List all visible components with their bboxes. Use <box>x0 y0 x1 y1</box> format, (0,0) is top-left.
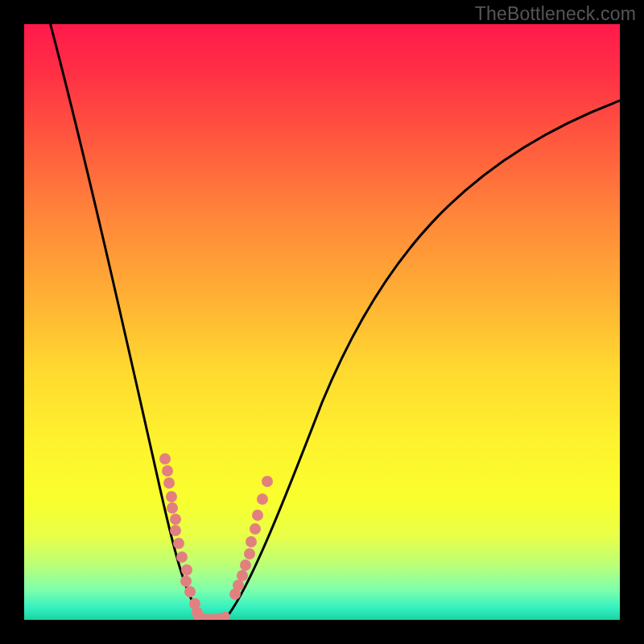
data-marker <box>159 453 171 464</box>
data-marker <box>173 538 184 549</box>
data-marker <box>163 477 175 489</box>
chart-frame: TheBottleneck.com <box>0 0 644 644</box>
data-marker <box>252 510 263 521</box>
data-marker <box>244 548 255 559</box>
data-marker <box>250 523 261 535</box>
data-marker <box>167 502 178 514</box>
data-marker <box>176 551 188 563</box>
data-marker <box>262 476 273 487</box>
valley-floor <box>198 617 225 619</box>
data-marker <box>233 580 244 591</box>
data-marker <box>180 576 192 587</box>
data-marker <box>192 607 203 618</box>
data-marker <box>257 493 268 505</box>
data-marker <box>246 536 257 547</box>
chart-svg <box>24 24 620 620</box>
data-marker <box>170 514 181 525</box>
plot-area <box>24 24 620 620</box>
data-marker <box>240 559 251 571</box>
data-marker <box>162 465 173 477</box>
left-marker-group <box>159 453 203 618</box>
data-marker <box>237 570 248 581</box>
data-marker <box>181 564 192 576</box>
bottleneck-curve <box>48 24 620 620</box>
right-marker-group <box>229 476 273 600</box>
data-marker <box>166 491 177 502</box>
watermark-text: TheBottleneck.com <box>475 3 636 25</box>
data-marker <box>184 586 196 597</box>
data-marker <box>170 525 181 536</box>
